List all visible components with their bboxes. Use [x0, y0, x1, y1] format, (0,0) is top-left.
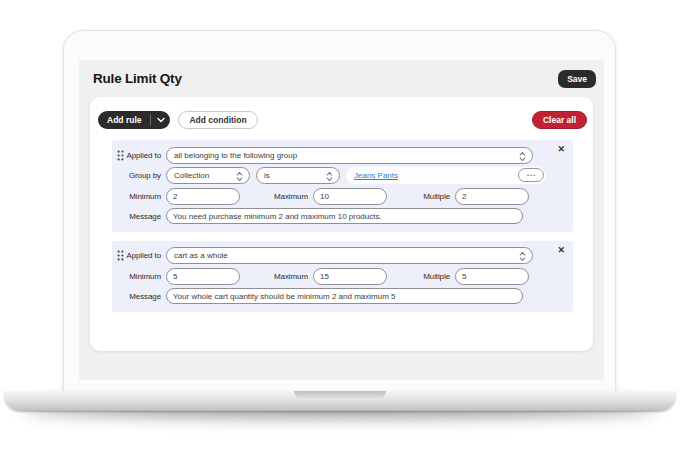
chevron-down-icon: [157, 117, 165, 123]
laptop-base-notch: [294, 391, 386, 400]
toolbar: Add rule Add condition Clear all: [98, 110, 587, 129]
message-label: Message: [112, 212, 161, 221]
select-updown-icon: [519, 151, 526, 162]
minimum-group: Minimum: [112, 188, 240, 205]
rule-card-1: ✕ Applied to all belonging to the follow…: [112, 140, 573, 232]
multiple-group: Multiple: [420, 188, 529, 205]
drag-handle-icon[interactable]: [116, 149, 124, 161]
collection-link[interactable]: Jeans Pants: [354, 171, 398, 180]
save-button[interactable]: Save: [558, 70, 596, 88]
clear-all-button[interactable]: Clear all: [532, 111, 587, 129]
minimum-input[interactable]: [166, 188, 240, 205]
message-input[interactable]: [166, 288, 523, 304]
add-rule-split-button: Add rule: [98, 111, 170, 129]
applied-to-select[interactable]: cart as a whole: [166, 247, 533, 264]
add-rule-dropdown-toggle[interactable]: [151, 111, 170, 129]
multiple-input[interactable]: [455, 188, 529, 205]
app-header: Rule Limit Qty Save: [93, 60, 596, 97]
multiple-label: Multiple: [420, 192, 450, 201]
applied-to-row: Applied to all belonging to the followin…: [112, 147, 573, 164]
maximum-input[interactable]: [313, 188, 387, 205]
more-options-button[interactable]: ⋯: [518, 168, 544, 182]
add-condition-button[interactable]: Add condition: [178, 111, 257, 129]
applied-to-select[interactable]: all belonging to the following group: [166, 147, 533, 164]
multiple-group: Multiple: [420, 268, 529, 285]
minimum-group: Minimum: [112, 268, 240, 285]
limits-row: Minimum Maximum Multiple: [112, 268, 573, 285]
select-updown-icon: [326, 171, 333, 182]
group-by-field-select[interactable]: Collection: [166, 167, 250, 184]
applied-to-row: Applied to cart as a whole: [112, 247, 573, 264]
maximum-group: Maximum: [272, 268, 387, 285]
maximum-input[interactable]: [313, 268, 387, 285]
multiple-label: Multiple: [420, 272, 450, 281]
message-row: Message: [112, 288, 573, 304]
minimum-input[interactable]: [166, 268, 240, 285]
drag-handle-icon[interactable]: [116, 250, 124, 262]
rules-list: ✕ Applied to all belonging to the follow…: [112, 140, 573, 321]
page-title: Rule Limit Qty: [93, 71, 182, 86]
group-by-operator-value: is: [264, 171, 270, 180]
maximum-group: Maximum: [272, 188, 387, 205]
message-input[interactable]: [166, 208, 523, 224]
collection-link-area: Jeans Pants ⋯: [346, 167, 546, 184]
close-icon[interactable]: ✕: [555, 143, 567, 156]
applied-to-value: cart as a whole: [174, 251, 228, 260]
group-by-row: Group by Collection is Jeans Pants ⋯: [112, 167, 573, 184]
applied-to-value: all belonging to the following group: [174, 151, 297, 160]
group-by-operator-select[interactable]: is: [256, 167, 340, 184]
rules-panel: Add rule Add condition Clear all ✕ Appli…: [90, 97, 593, 351]
message-row: Message: [112, 208, 573, 224]
group-by-field-value: Collection: [174, 171, 209, 180]
maximum-label: Maximum: [272, 272, 308, 281]
minimum-label: Minimum: [112, 192, 161, 201]
maximum-label: Maximum: [272, 192, 308, 201]
app-screen: Rule Limit Qty Save Add rule Add conditi…: [79, 60, 604, 380]
select-updown-icon: [519, 251, 526, 262]
rule-card-2: ✕ Applied to cart as a whole Minimum Max…: [112, 241, 573, 312]
limits-row: Minimum Maximum Multiple: [112, 188, 573, 205]
ellipsis-icon: ⋯: [527, 171, 536, 180]
close-icon[interactable]: ✕: [555, 244, 567, 257]
select-updown-icon: [236, 171, 243, 182]
add-rule-button[interactable]: Add rule: [98, 111, 150, 129]
multiple-input[interactable]: [455, 268, 529, 285]
minimum-label: Minimum: [112, 272, 161, 281]
group-by-label: Group by: [112, 171, 161, 180]
message-label: Message: [112, 292, 161, 301]
